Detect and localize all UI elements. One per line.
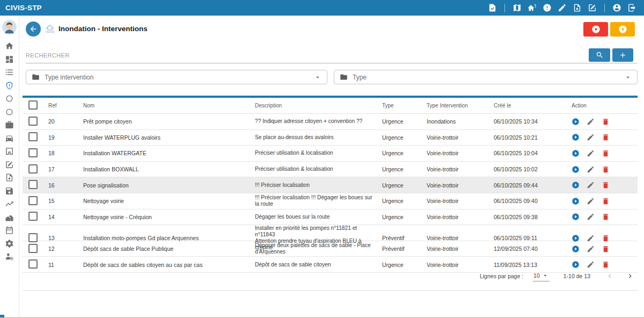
map-icon[interactable]	[513, 3, 522, 12]
filter-type[interactable]: Type	[334, 70, 638, 84]
dashboard-icon[interactable]	[5, 55, 14, 64]
row-checkbox[interactable]	[28, 196, 38, 205]
briefcase-icon[interactable]	[5, 120, 14, 129]
settings-icon[interactable]	[5, 239, 14, 248]
chevron-left-icon	[605, 272, 614, 280]
file-drop-icon[interactable]	[573, 3, 582, 12]
table-row[interactable]: 16 Pose signalisation !!! Préciser local…	[23, 177, 638, 193]
delete-row-button[interactable]	[602, 118, 610, 126]
cell-nom: Installer WATERPLUG avaloirs	[83, 134, 255, 141]
car-icon[interactable]	[5, 134, 14, 143]
run-row-button[interactable]	[572, 197, 580, 205]
delete-row-button[interactable]	[602, 149, 610, 157]
run-row-button[interactable]	[572, 181, 580, 189]
run-row-button[interactable]	[572, 245, 580, 253]
edit-row-button[interactable]	[587, 118, 595, 126]
table-row[interactable]: 15 Nettoyage voirie !!! Préciser localis…	[23, 193, 638, 209]
document-check-icon[interactable]	[488, 3, 497, 12]
edit-row-button[interactable]	[587, 213, 595, 221]
delete-row-button[interactable]	[602, 165, 610, 174]
edit-row-button[interactable]	[587, 245, 595, 253]
column-header-action: Action	[572, 103, 638, 109]
row-checkbox[interactable]	[28, 180, 38, 189]
save-icon[interactable]	[5, 186, 14, 196]
row-checkbox[interactable]	[28, 233, 38, 242]
cell-description: Préciser utilisation & localisation	[255, 150, 382, 156]
table-row[interactable]: 20 Prêt pompe citoyen ?? Indiquer adress…	[23, 114, 638, 130]
rows-per-page-select[interactable]: 10	[533, 271, 550, 281]
run-row-button[interactable]	[572, 133, 580, 141]
search-input[interactable]: RECHERCHER	[26, 48, 637, 63]
calendar-icon[interactable]	[5, 226, 14, 235]
home-report-icon[interactable]	[528, 3, 537, 12]
run-red-button[interactable]	[583, 22, 608, 37]
file-drop-icon[interactable]	[5, 173, 14, 182]
search-icon	[596, 51, 604, 59]
home-city-icon[interactable]	[5, 147, 14, 156]
run-row-button[interactable]	[572, 149, 580, 157]
search-button[interactable]	[589, 48, 610, 62]
table-row[interactable]: 18 Installation WATERGATE Préciser utili…	[23, 146, 638, 162]
home-icon[interactable]	[5, 41, 14, 50]
scroll-corner	[0, 315, 4, 317]
row-checkbox[interactable]	[28, 212, 38, 221]
avatar[interactable]	[2, 20, 17, 34]
edit-row-button[interactable]	[587, 149, 595, 157]
table-row[interactable]: 19 Installer WATERPLUG avaloirs Se place…	[23, 130, 638, 146]
row-actions	[572, 181, 638, 189]
alert-icon[interactable]	[543, 3, 552, 12]
delete-row-button[interactable]	[602, 197, 610, 205]
shield-alert-icon[interactable]	[5, 81, 14, 90]
table-row[interactable]: 13 Installation moto-pompes Gd place Arq…	[23, 225, 638, 241]
add-button[interactable]	[612, 48, 633, 62]
run-row-button[interactable]	[572, 234, 580, 242]
edit-row-button[interactable]	[587, 165, 595, 174]
delete-row-button[interactable]	[602, 245, 610, 253]
run-amber-button[interactable]	[610, 22, 635, 37]
edit-note-icon[interactable]	[588, 3, 597, 12]
cell-nom: Nettoyage voirie - Créquion	[83, 214, 255, 220]
interventions-table: Ref Nom Description Type Type Interventi…	[23, 96, 638, 291]
edit-note-icon[interactable]	[5, 160, 14, 169]
cell-cree-le: 06/10/2025 10:21	[494, 134, 572, 141]
run-row-button[interactable]	[572, 118, 580, 126]
table-row[interactable]: 17 Installation BOXWALL Préciser utilisa…	[23, 162, 638, 178]
edit-row-button[interactable]	[587, 133, 595, 141]
edit-row-button[interactable]	[587, 234, 595, 242]
account-settings-icon[interactable]	[5, 252, 14, 261]
chart-line-icon[interactable]	[5, 199, 14, 208]
arrow-left-icon	[29, 25, 38, 33]
next-page-button[interactable]	[626, 272, 634, 280]
cell-ref: 20	[48, 118, 83, 125]
home-group-icon[interactable]	[5, 213, 14, 222]
circle-icon[interactable]	[5, 107, 14, 117]
edit-row-button[interactable]	[587, 181, 595, 189]
run-row-button[interactable]	[572, 213, 580, 221]
logout-icon[interactable]	[627, 3, 636, 12]
list-icon[interactable]	[5, 68, 14, 77]
delete-row-button[interactable]	[602, 133, 610, 141]
delete-row-button[interactable]	[602, 213, 610, 221]
row-checkbox[interactable]	[28, 148, 38, 157]
row-checkbox[interactable]	[28, 244, 38, 253]
cell-type: Urgence	[382, 262, 427, 268]
table-row[interactable]: 12 Dépôt sacs de sable Place Publique Dé…	[23, 241, 638, 257]
prev-page-button[interactable]	[605, 272, 614, 280]
row-checkbox[interactable]	[28, 164, 38, 174]
select-all-checkbox[interactable]	[28, 100, 38, 110]
account-icon[interactable]	[612, 3, 621, 12]
pen-icon[interactable]	[558, 3, 567, 12]
row-checkbox[interactable]	[28, 259, 38, 269]
edit-row-button[interactable]	[587, 197, 595, 205]
cell-type: Urgence	[382, 182, 427, 189]
run-row-button[interactable]	[572, 165, 580, 174]
column-header-cree-le: Créé le	[494, 103, 572, 109]
row-checkbox[interactable]	[28, 132, 38, 141]
table-row[interactable]: 14 Nettoyage voirie - Créquion Dégager l…	[23, 209, 638, 226]
filter-type-intervention[interactable]: Type intervention	[26, 70, 327, 84]
circle-icon[interactable]	[5, 94, 14, 103]
row-checkbox[interactable]	[28, 117, 38, 126]
delete-row-button[interactable]	[602, 234, 610, 242]
back-button[interactable]	[26, 21, 41, 37]
delete-row-button[interactable]	[602, 181, 610, 189]
